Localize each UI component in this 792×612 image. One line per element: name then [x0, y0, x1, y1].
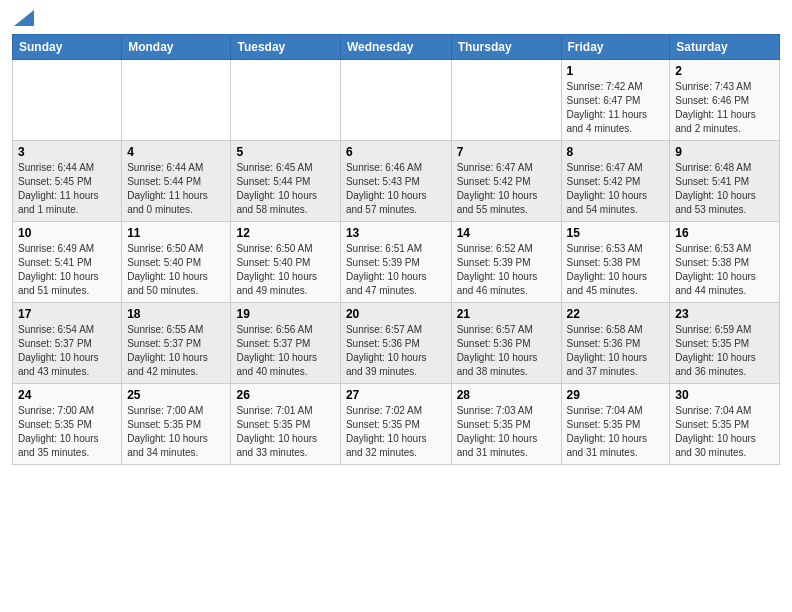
day-detail: Sunrise: 7:04 AMSunset: 5:35 PMDaylight:… — [567, 405, 648, 458]
day-number: 25 — [127, 388, 225, 402]
day-detail: Sunrise: 6:51 AMSunset: 5:39 PMDaylight:… — [346, 243, 427, 296]
calendar-cell: 28 Sunrise: 7:03 AMSunset: 5:35 PMDaylig… — [451, 384, 561, 465]
day-number: 22 — [567, 307, 665, 321]
day-number: 23 — [675, 307, 774, 321]
calendar-cell — [122, 60, 231, 141]
calendar-cell: 25 Sunrise: 7:00 AMSunset: 5:35 PMDaylig… — [122, 384, 231, 465]
header — [12, 10, 780, 26]
day-detail: Sunrise: 6:44 AMSunset: 5:45 PMDaylight:… — [18, 162, 99, 215]
day-number: 3 — [18, 145, 116, 159]
day-detail: Sunrise: 6:49 AMSunset: 5:41 PMDaylight:… — [18, 243, 99, 296]
day-number: 26 — [236, 388, 334, 402]
calendar-cell: 19 Sunrise: 6:56 AMSunset: 5:37 PMDaylig… — [231, 303, 340, 384]
calendar-week-1: 1 Sunrise: 7:42 AMSunset: 6:47 PMDayligh… — [13, 60, 780, 141]
day-detail: Sunrise: 7:04 AMSunset: 5:35 PMDaylight:… — [675, 405, 756, 458]
calendar-cell: 21 Sunrise: 6:57 AMSunset: 5:36 PMDaylig… — [451, 303, 561, 384]
calendar-cell: 15 Sunrise: 6:53 AMSunset: 5:38 PMDaylig… — [561, 222, 670, 303]
day-detail: Sunrise: 6:44 AMSunset: 5:44 PMDaylight:… — [127, 162, 208, 215]
day-number: 17 — [18, 307, 116, 321]
logo-icon — [14, 10, 34, 26]
day-number: 29 — [567, 388, 665, 402]
day-number: 10 — [18, 226, 116, 240]
day-number: 9 — [675, 145, 774, 159]
day-detail: Sunrise: 6:59 AMSunset: 5:35 PMDaylight:… — [675, 324, 756, 377]
day-number: 30 — [675, 388, 774, 402]
day-number: 14 — [457, 226, 556, 240]
day-detail: Sunrise: 7:00 AMSunset: 5:35 PMDaylight:… — [127, 405, 208, 458]
day-detail: Sunrise: 7:00 AMSunset: 5:35 PMDaylight:… — [18, 405, 99, 458]
logo — [12, 10, 34, 26]
day-number: 28 — [457, 388, 556, 402]
calendar-cell: 2 Sunrise: 7:43 AMSunset: 6:46 PMDayligh… — [670, 60, 780, 141]
day-number: 4 — [127, 145, 225, 159]
calendar-header-friday: Friday — [561, 35, 670, 60]
day-detail: Sunrise: 6:54 AMSunset: 5:37 PMDaylight:… — [18, 324, 99, 377]
calendar-cell: 8 Sunrise: 6:47 AMSunset: 5:42 PMDayligh… — [561, 141, 670, 222]
day-number: 21 — [457, 307, 556, 321]
day-detail: Sunrise: 6:48 AMSunset: 5:41 PMDaylight:… — [675, 162, 756, 215]
day-detail: Sunrise: 7:43 AMSunset: 6:46 PMDaylight:… — [675, 81, 756, 134]
day-detail: Sunrise: 7:01 AMSunset: 5:35 PMDaylight:… — [236, 405, 317, 458]
day-detail: Sunrise: 6:53 AMSunset: 5:38 PMDaylight:… — [567, 243, 648, 296]
calendar-header-wednesday: Wednesday — [340, 35, 451, 60]
day-number: 18 — [127, 307, 225, 321]
day-detail: Sunrise: 6:56 AMSunset: 5:37 PMDaylight:… — [236, 324, 317, 377]
day-number: 15 — [567, 226, 665, 240]
day-detail: Sunrise: 6:50 AMSunset: 5:40 PMDaylight:… — [236, 243, 317, 296]
calendar-week-2: 3 Sunrise: 6:44 AMSunset: 5:45 PMDayligh… — [13, 141, 780, 222]
day-detail: Sunrise: 6:57 AMSunset: 5:36 PMDaylight:… — [457, 324, 538, 377]
day-detail: Sunrise: 6:46 AMSunset: 5:43 PMDaylight:… — [346, 162, 427, 215]
day-number: 12 — [236, 226, 334, 240]
day-number: 20 — [346, 307, 446, 321]
day-detail: Sunrise: 6:47 AMSunset: 5:42 PMDaylight:… — [567, 162, 648, 215]
calendar-cell: 22 Sunrise: 6:58 AMSunset: 5:36 PMDaylig… — [561, 303, 670, 384]
day-number: 16 — [675, 226, 774, 240]
calendar-week-3: 10 Sunrise: 6:49 AMSunset: 5:41 PMDaylig… — [13, 222, 780, 303]
calendar-week-4: 17 Sunrise: 6:54 AMSunset: 5:37 PMDaylig… — [13, 303, 780, 384]
calendar-header-row: SundayMondayTuesdayWednesdayThursdayFrid… — [13, 35, 780, 60]
calendar-cell — [231, 60, 340, 141]
day-number: 11 — [127, 226, 225, 240]
calendar-cell: 14 Sunrise: 6:52 AMSunset: 5:39 PMDaylig… — [451, 222, 561, 303]
calendar-cell: 6 Sunrise: 6:46 AMSunset: 5:43 PMDayligh… — [340, 141, 451, 222]
svg-marker-0 — [14, 10, 34, 26]
day-number: 24 — [18, 388, 116, 402]
day-detail: Sunrise: 7:42 AMSunset: 6:47 PMDaylight:… — [567, 81, 648, 134]
calendar-cell — [340, 60, 451, 141]
calendar-cell: 13 Sunrise: 6:51 AMSunset: 5:39 PMDaylig… — [340, 222, 451, 303]
day-number: 27 — [346, 388, 446, 402]
calendar-cell: 18 Sunrise: 6:55 AMSunset: 5:37 PMDaylig… — [122, 303, 231, 384]
day-number: 7 — [457, 145, 556, 159]
day-number: 6 — [346, 145, 446, 159]
day-number: 1 — [567, 64, 665, 78]
calendar-header-sunday: Sunday — [13, 35, 122, 60]
calendar-header-monday: Monday — [122, 35, 231, 60]
calendar-header-saturday: Saturday — [670, 35, 780, 60]
day-number: 19 — [236, 307, 334, 321]
calendar-cell: 20 Sunrise: 6:57 AMSunset: 5:36 PMDaylig… — [340, 303, 451, 384]
day-number: 13 — [346, 226, 446, 240]
calendar-cell: 16 Sunrise: 6:53 AMSunset: 5:38 PMDaylig… — [670, 222, 780, 303]
day-detail: Sunrise: 6:45 AMSunset: 5:44 PMDaylight:… — [236, 162, 317, 215]
calendar-cell: 27 Sunrise: 7:02 AMSunset: 5:35 PMDaylig… — [340, 384, 451, 465]
day-detail: Sunrise: 6:57 AMSunset: 5:36 PMDaylight:… — [346, 324, 427, 377]
day-detail: Sunrise: 6:47 AMSunset: 5:42 PMDaylight:… — [457, 162, 538, 215]
day-detail: Sunrise: 6:52 AMSunset: 5:39 PMDaylight:… — [457, 243, 538, 296]
calendar-cell — [13, 60, 122, 141]
calendar-cell: 26 Sunrise: 7:01 AMSunset: 5:35 PMDaylig… — [231, 384, 340, 465]
page: SundayMondayTuesdayWednesdayThursdayFrid… — [0, 0, 792, 475]
day-detail: Sunrise: 6:55 AMSunset: 5:37 PMDaylight:… — [127, 324, 208, 377]
day-detail: Sunrise: 7:02 AMSunset: 5:35 PMDaylight:… — [346, 405, 427, 458]
calendar-cell: 29 Sunrise: 7:04 AMSunset: 5:35 PMDaylig… — [561, 384, 670, 465]
calendar-cell: 7 Sunrise: 6:47 AMSunset: 5:42 PMDayligh… — [451, 141, 561, 222]
calendar-week-5: 24 Sunrise: 7:00 AMSunset: 5:35 PMDaylig… — [13, 384, 780, 465]
calendar-cell: 4 Sunrise: 6:44 AMSunset: 5:44 PMDayligh… — [122, 141, 231, 222]
calendar-cell: 10 Sunrise: 6:49 AMSunset: 5:41 PMDaylig… — [13, 222, 122, 303]
calendar-table: SundayMondayTuesdayWednesdayThursdayFrid… — [12, 34, 780, 465]
calendar-cell: 30 Sunrise: 7:04 AMSunset: 5:35 PMDaylig… — [670, 384, 780, 465]
calendar-cell: 24 Sunrise: 7:00 AMSunset: 5:35 PMDaylig… — [13, 384, 122, 465]
calendar-cell: 17 Sunrise: 6:54 AMSunset: 5:37 PMDaylig… — [13, 303, 122, 384]
day-detail: Sunrise: 6:53 AMSunset: 5:38 PMDaylight:… — [675, 243, 756, 296]
calendar-cell: 1 Sunrise: 7:42 AMSunset: 6:47 PMDayligh… — [561, 60, 670, 141]
day-detail: Sunrise: 6:58 AMSunset: 5:36 PMDaylight:… — [567, 324, 648, 377]
